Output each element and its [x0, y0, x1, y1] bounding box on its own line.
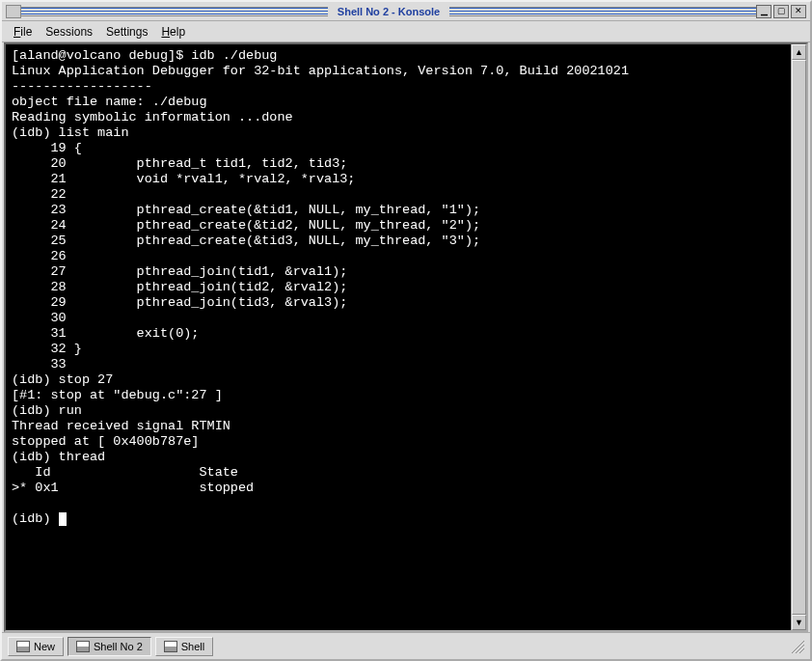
close-button[interactable]: ✕	[791, 5, 806, 18]
menu-sessions[interactable]: Sessions	[40, 23, 98, 41]
terminal[interactable]: [aland@volcano debug]$ idb ./debug Linux…	[6, 44, 791, 630]
app-window: Shell No 2 - Konsole ▁ ▢ ✕ File Sessions…	[0, 0, 812, 661]
title-bar[interactable]: Shell No 2 - Konsole ▁ ▢ ✕	[2, 2, 810, 21]
minimize-button[interactable]: ▁	[756, 5, 771, 18]
shell-icon	[164, 641, 177, 652]
window-title: Shell No 2 - Konsole	[334, 6, 444, 17]
menu-help[interactable]: Help	[155, 23, 191, 41]
terminal-area: [aland@volcano debug]$ idb ./debug Linux…	[4, 42, 808, 632]
title-wrap: Shell No 2 - Konsole	[21, 6, 756, 17]
menu-bar: File Sessions Settings Help	[2, 21, 810, 42]
new-tab-label: New	[34, 641, 55, 652]
new-tab-button[interactable]: New	[8, 637, 64, 656]
scroll-track[interactable]	[792, 60, 806, 615]
tab-shell[interactable]: Shell	[155, 637, 213, 656]
shell-icon	[76, 641, 90, 652]
tab-label: Shell	[181, 641, 204, 652]
title-decoration	[449, 7, 756, 16]
maximize-button[interactable]: ▢	[773, 5, 789, 18]
scroll-up-button[interactable]: ▲	[792, 44, 806, 60]
window-controls: ▁ ▢ ✕	[756, 5, 806, 18]
cursor	[59, 512, 67, 526]
window-menu-button[interactable]	[6, 5, 21, 18]
vertical-scrollbar[interactable]: ▲ ▼	[791, 44, 806, 630]
status-bar: New Shell No 2 Shell	[2, 632, 810, 659]
resize-grip[interactable]	[791, 640, 804, 653]
title-decoration	[21, 7, 328, 16]
status-right	[217, 640, 804, 653]
menu-file[interactable]: File	[8, 23, 38, 41]
scroll-thumb[interactable]	[792, 60, 806, 615]
scroll-down-button[interactable]: ▼	[792, 615, 806, 630]
tab-shell-no-2[interactable]: Shell No 2	[68, 637, 151, 656]
tab-label: Shell No 2	[94, 641, 143, 652]
new-tab-icon	[16, 641, 30, 652]
menu-settings[interactable]: Settings	[100, 23, 153, 41]
